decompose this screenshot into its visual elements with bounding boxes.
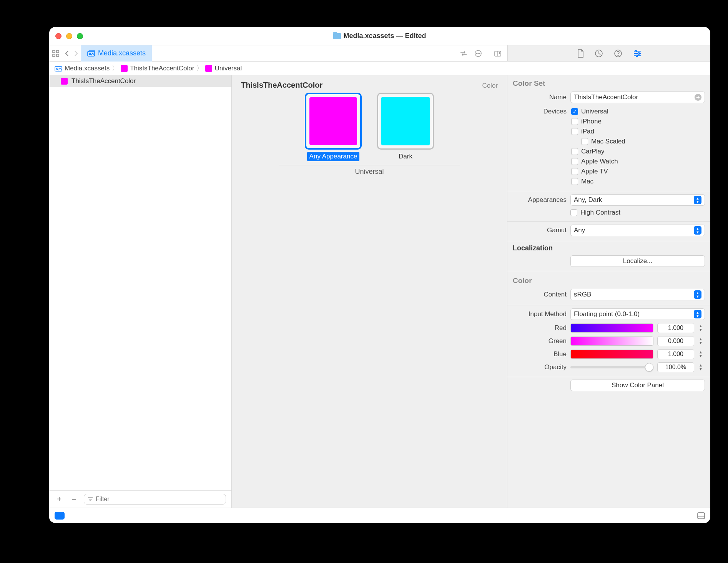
asset-catalog-icon xyxy=(87,50,95,57)
green-value[interactable]: 0.000 xyxy=(657,336,694,346)
svg-point-18 xyxy=(635,50,637,52)
swatch-any-appearance[interactable]: Any Appearance xyxy=(305,93,362,161)
content-select[interactable]: sRGB ▲▼ xyxy=(570,289,705,300)
stepper[interactable]: ▲▼ xyxy=(699,351,705,358)
green-label: Green xyxy=(513,337,567,345)
checkbox-icon[interactable] xyxy=(581,138,588,145)
device-mac[interactable]: Mac xyxy=(571,178,625,185)
tag-pill-icon[interactable] xyxy=(55,512,65,520)
checkbox-icon[interactable] xyxy=(571,158,578,165)
stepper[interactable]: ▲▼ xyxy=(699,364,705,371)
help-inspector-icon[interactable] xyxy=(614,49,622,58)
device-ipad[interactable]: iPad xyxy=(571,128,625,135)
device-carplay[interactable]: CarPlay xyxy=(571,148,625,155)
gamut-select[interactable]: Any ▲▼ xyxy=(570,225,705,236)
checkbox-icon[interactable] xyxy=(571,168,578,175)
canvas-header: ThisIsTheAccentColor Color xyxy=(241,81,498,90)
commit-arrows-icon[interactable] xyxy=(457,45,470,62)
file-inspector-icon[interactable] xyxy=(577,49,584,58)
chevron-right-icon: 〉 xyxy=(112,64,118,73)
blue-row: Blue 1.000 ▲▼ xyxy=(507,348,710,361)
svg-rect-2 xyxy=(53,54,55,57)
checkbox-icon[interactable] xyxy=(571,128,578,135)
highcontrast-checkbox[interactable]: High Contrast xyxy=(570,209,620,217)
step-down-icon[interactable]: ▼ xyxy=(699,355,705,358)
close-window-button[interactable] xyxy=(55,33,61,39)
swatch-label: Any Appearance xyxy=(307,152,360,161)
checkbox-icon[interactable] xyxy=(571,148,578,155)
input-method-select[interactable]: Floating point (0.0-1.0) ▲▼ xyxy=(570,308,705,320)
device-universal[interactable]: ✓Universal xyxy=(571,108,625,115)
navigate-icon[interactable]: ➔ xyxy=(695,94,701,101)
gamut-label: Gamut xyxy=(513,227,567,234)
breadcrumb-asset[interactable]: ThisIsTheAccentColor xyxy=(130,65,194,72)
add-editor-icon[interactable] xyxy=(491,45,504,62)
svg-point-7 xyxy=(476,53,477,54)
step-down-icon[interactable]: ▼ xyxy=(699,341,705,345)
opacity-label: Opacity xyxy=(513,363,567,371)
step-up-icon[interactable]: ▲ xyxy=(699,325,705,328)
step-up-icon[interactable]: ▲ xyxy=(699,351,705,354)
nav-forward-button[interactable] xyxy=(71,45,81,62)
step-up-icon[interactable]: ▲ xyxy=(699,338,705,341)
input-method-row: Input Method Floating point (0.0-1.0) ▲▼ xyxy=(507,305,710,321)
name-field[interactable]: ➔ xyxy=(570,92,705,103)
localize-button[interactable]: Localize... xyxy=(570,255,705,267)
checkbox-icon[interactable]: ✓ xyxy=(571,108,578,115)
gamut-row: Gamut Any ▲▼ xyxy=(507,222,710,238)
outline-bottom-bar: + − xyxy=(49,490,231,508)
adjust-options-icon[interactable] xyxy=(472,45,485,62)
appearances-select[interactable]: Any, Dark ▲▼ xyxy=(570,194,705,206)
remove-button[interactable]: − xyxy=(69,495,78,504)
step-down-icon[interactable]: ▼ xyxy=(699,368,705,371)
input-method-label: Input Method xyxy=(513,310,567,318)
blue-slider[interactable] xyxy=(570,350,653,359)
history-inspector-icon[interactable] xyxy=(595,49,603,58)
device-appletv[interactable]: Apple TV xyxy=(571,168,625,175)
slider-knob[interactable] xyxy=(645,363,653,371)
filter-input[interactable] xyxy=(96,496,223,503)
content-value: sRGB xyxy=(574,291,591,298)
device-mac-scaled[interactable]: Mac Scaled xyxy=(571,138,625,145)
step-down-icon[interactable]: ▼ xyxy=(699,328,705,331)
red-label: Red xyxy=(513,324,567,332)
panel-toggle-icon[interactable] xyxy=(697,512,705,519)
device-watch[interactable]: Apple Watch xyxy=(571,158,625,165)
green-row: Green 0.000 ▲▼ xyxy=(507,335,710,348)
svg-rect-1 xyxy=(57,50,59,53)
stepper[interactable]: ▲▼ xyxy=(699,338,705,345)
zoom-window-button[interactable] xyxy=(77,33,83,39)
blue-value[interactable]: 1.000 xyxy=(657,349,694,359)
breadcrumb-root[interactable]: Media.xcassets xyxy=(65,65,110,72)
swatch-dark[interactable]: Dark xyxy=(377,93,434,161)
add-button[interactable]: + xyxy=(55,495,64,504)
name-input[interactable] xyxy=(574,93,695,101)
red-value[interactable]: 1.000 xyxy=(657,323,694,333)
red-slider[interactable] xyxy=(570,323,653,333)
minimize-window-button[interactable] xyxy=(66,33,72,39)
swatch-color xyxy=(381,97,430,145)
checkbox-icon[interactable] xyxy=(570,209,577,216)
checkbox-icon[interactable] xyxy=(571,178,578,185)
checkbox-icon[interactable] xyxy=(571,118,578,125)
step-up-icon[interactable]: ▲ xyxy=(699,364,705,367)
green-slider[interactable] xyxy=(570,336,653,346)
appearances-label: Appearances xyxy=(513,196,567,204)
related-items-icon[interactable] xyxy=(49,45,62,62)
nav-back-button[interactable] xyxy=(62,45,71,62)
swatch-well[interactable] xyxy=(377,93,434,150)
editor-tab[interactable]: Media.xcassets xyxy=(81,45,152,62)
asset-title: ThisIsTheAccentColor xyxy=(241,81,322,90)
show-color-panel-button[interactable]: Show Color Panel xyxy=(570,380,705,391)
opacity-value[interactable]: 100.0% xyxy=(657,362,694,372)
device-iphone[interactable]: iPhone xyxy=(571,118,625,125)
breadcrumb-variant[interactable]: Universal xyxy=(214,65,242,72)
svg-point-24 xyxy=(57,68,58,70)
filter-field[interactable] xyxy=(84,494,226,505)
outline-item[interactable]: ThisIsTheAccentColor xyxy=(49,75,231,87)
opacity-slider[interactable] xyxy=(570,366,653,368)
attributes-inspector-icon[interactable] xyxy=(633,50,642,57)
gamut-value: Any xyxy=(574,227,585,234)
stepper[interactable]: ▲▼ xyxy=(699,325,705,331)
swatch-well[interactable] xyxy=(305,93,362,150)
